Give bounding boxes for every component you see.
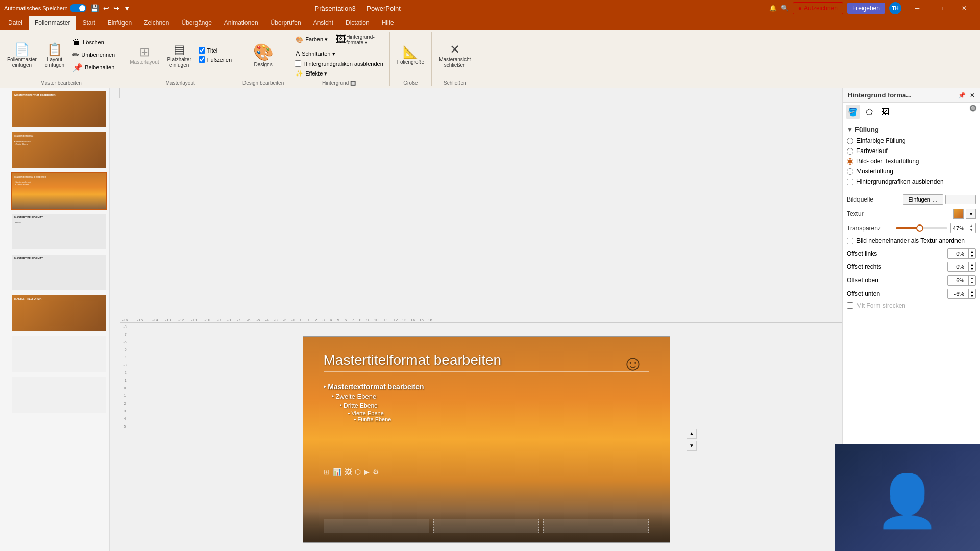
- farben-button[interactable]: 🎨 Farben ▾: [292, 32, 331, 47]
- autosave-toggle[interactable]: [70, 4, 86, 12]
- tab-folienmaster[interactable]: Folienmaster: [29, 16, 76, 30]
- tab-zeichnen[interactable]: Zeichnen: [138, 16, 175, 30]
- slide-panel-item[interactable]: 6 MASTERTITELFORMAT: [2, 294, 107, 332]
- slide-thumb-7[interactable]: [11, 335, 107, 373]
- slide-panel-item[interactable]: 8: [2, 376, 107, 414]
- tab-uebergaenge[interactable]: Übergänge: [175, 16, 217, 30]
- loeschen-button[interactable]: 🗑 Löschen: [69, 37, 118, 48]
- tab-datei[interactable]: Datei: [2, 16, 29, 30]
- fusszeilen-checkbox[interactable]: [199, 56, 205, 63]
- slider-thumb[interactable]: [916, 224, 923, 232]
- slide-thumb-1[interactable]: Mastertitelformat bearbeiten: [11, 90, 107, 128]
- tab-animationen[interactable]: Animationen: [218, 16, 264, 30]
- bild-nebeneinander-checkbox[interactable]: [847, 238, 853, 244]
- farbverlauf-radio[interactable]: [847, 148, 853, 155]
- hintergrundgrafiken-panel-checkbox[interactable]: [847, 179, 853, 185]
- slide-panel-item[interactable]: 3 Mastertitelformat bearbeiten • Mastert…: [2, 172, 107, 210]
- schriftarten-button[interactable]: A Schriftarten ▾: [292, 49, 338, 58]
- foliengroesse-button[interactable]: 📐 Foliengröße: [394, 43, 427, 67]
- more-icon[interactable]: ▼: [124, 4, 131, 12]
- effekte-button[interactable]: ✨ Effekte ▾: [292, 69, 330, 78]
- offset-links-down[interactable]: ▼: [969, 254, 975, 258]
- panel-pin-icon[interactable]: 📌: [958, 92, 966, 99]
- slide-thumb-2[interactable]: Mastertitelformat • Mastertextformat• Zw…: [11, 131, 107, 169]
- slide-thumb-3[interactable]: Mastertitelformat bearbeiten • Mastertex…: [11, 172, 107, 210]
- offset-links-up[interactable]: ▲: [969, 249, 975, 254]
- slide-preview-1: Mastertitelformat bearbeiten: [12, 91, 106, 127]
- folienmaster-einfuegen-button[interactable]: 📄 Folienmastereinfügen: [4, 40, 40, 70]
- aufzeichnen-button[interactable]: ●Aufzeichnen: [793, 2, 843, 14]
- hintergrund-dialog-icon[interactable]: 🔲: [350, 81, 356, 86]
- layout-icon: 📋: [47, 42, 62, 57]
- einfuegen-button[interactable]: Einfügen …: [903, 194, 943, 205]
- tab-dictation[interactable]: Dictation: [339, 16, 376, 30]
- mit-form-checkbox[interactable]: [847, 302, 853, 309]
- slide-panel-item[interactable]: 4 MASTERTITELFORMAT Tabelle: [2, 213, 107, 251]
- spin-buttons: ▲ ▼: [969, 224, 973, 232]
- slide-thumb-8[interactable]: [11, 376, 107, 414]
- image-tab[interactable]: 🖼: [878, 105, 893, 119]
- slide-thumb-6[interactable]: MASTERTITELFORMAT: [11, 294, 107, 332]
- redo-icon[interactable]: ↪: [113, 4, 119, 12]
- muster-radio[interactable]: [847, 168, 853, 175]
- schliessen-icon: ✕: [450, 42, 460, 57]
- beibehalten-button[interactable]: 📌 Beibehalten: [69, 62, 118, 73]
- slide-panel-item[interactable]: 5 MASTERTITELFORMAT: [2, 254, 107, 291]
- umbenennen-button[interactable]: ✏ Umbenennen: [69, 49, 118, 61]
- designs-button[interactable]: 🎨 Designs: [250, 40, 277, 69]
- close-button[interactable]: ✕: [952, 0, 976, 16]
- titel-checkbox[interactable]: [199, 47, 205, 54]
- offset-rechts-control[interactable]: 0% ▲ ▼: [947, 262, 976, 272]
- masteransicht-schliessen-button[interactable]: ✕ Masteransichtschließen: [436, 40, 474, 70]
- transparenz-slider[interactable]: [896, 227, 947, 229]
- avatar[interactable]: TH: [889, 2, 901, 14]
- offset-unten-down[interactable]: ▼: [969, 294, 975, 298]
- einfarbig-radio[interactable]: [847, 138, 853, 144]
- slide-canvas[interactable]: ☺ Mastertitelformat bearbeiten • Mastert…: [303, 336, 670, 543]
- tab-ueberpruefe[interactable]: Überprüfen: [264, 16, 307, 30]
- extra-action[interactable]: 🔘: [969, 105, 977, 119]
- offset-oben-control[interactable]: -6% ▲ ▼: [947, 275, 976, 285]
- texture-dropdown-button[interactable]: ▾: [966, 209, 976, 219]
- search-icon[interactable]: 🔍: [781, 5, 789, 12]
- freigeben-button[interactable]: Freigeben: [847, 3, 885, 14]
- tab-start[interactable]: Start: [76, 16, 101, 30]
- slide-panel-item[interactable]: 2 Mastertitelformat • Mastertextformat• …: [2, 131, 107, 169]
- offset-rechts-down[interactable]: ▼: [969, 267, 975, 271]
- offset-unten-up[interactable]: ▲: [969, 289, 975, 294]
- hintergrundgrafiken-checkbox[interactable]: [295, 60, 301, 67]
- offset-oben-down[interactable]: ▼: [969, 280, 975, 285]
- tab-hilfe[interactable]: Hilfe: [376, 16, 400, 30]
- help-icon[interactable]: 🔔: [769, 5, 777, 12]
- slide-thumb-4[interactable]: MASTERTITELFORMAT Tabelle: [11, 213, 107, 251]
- layout-einfuegen-button[interactable]: 📋 Layouteinfügen: [42, 40, 67, 70]
- texture-swatch[interactable]: [953, 209, 964, 219]
- bildquelle-extra-button[interactable]: ___________: [945, 195, 976, 204]
- tab-einfuegen[interactable]: Einfügen: [102, 16, 138, 30]
- offset-unten-control[interactable]: -6% ▲ ▼: [947, 289, 976, 299]
- tab-ansicht[interactable]: Ansicht: [307, 16, 339, 30]
- scroll-down-button[interactable]: ▼: [687, 441, 697, 451]
- offset-links-control[interactable]: 0% ▲ ▼: [947, 248, 976, 259]
- scroll-up-button[interactable]: ▲: [687, 429, 697, 439]
- platzhalter-einfuegen-button[interactable]: ▤ Platzhaltereinfügen: [164, 40, 194, 70]
- spin-down[interactable]: ▼: [969, 228, 973, 232]
- maximize-button[interactable]: □: [929, 0, 952, 16]
- fuellung-section-header[interactable]: ▼ Füllung: [847, 126, 976, 133]
- bild-textur-radio[interactable]: [847, 158, 853, 165]
- offset-oben-up[interactable]: ▲: [969, 276, 975, 280]
- save-icon[interactable]: 💾: [90, 4, 99, 12]
- fill-tab[interactable]: 🪣: [846, 105, 860, 119]
- transparenz-input[interactable]: 47% ▲ ▼: [950, 223, 976, 233]
- slide-panel-item[interactable]: 1 Mastertitelformat bearbeiten: [2, 90, 107, 128]
- hintergrundformate-button[interactable]: 🖼 Hintergrund-formate ▾: [333, 32, 378, 47]
- slide-preview-7: [12, 336, 106, 372]
- masterlayout-button[interactable]: ⊞ Masterlayout: [127, 43, 162, 67]
- panel-close-icon[interactable]: ✕: [970, 92, 975, 99]
- offset-rechts-up[interactable]: ▲: [969, 262, 975, 267]
- slide-panel-item[interactable]: 7: [2, 335, 107, 373]
- undo-icon[interactable]: ↩: [103, 4, 109, 12]
- minimize-button[interactable]: ─: [905, 0, 929, 16]
- slide-thumb-5[interactable]: MASTERTITELFORMAT: [11, 254, 107, 291]
- shape-tab[interactable]: ⬠: [862, 105, 876, 119]
